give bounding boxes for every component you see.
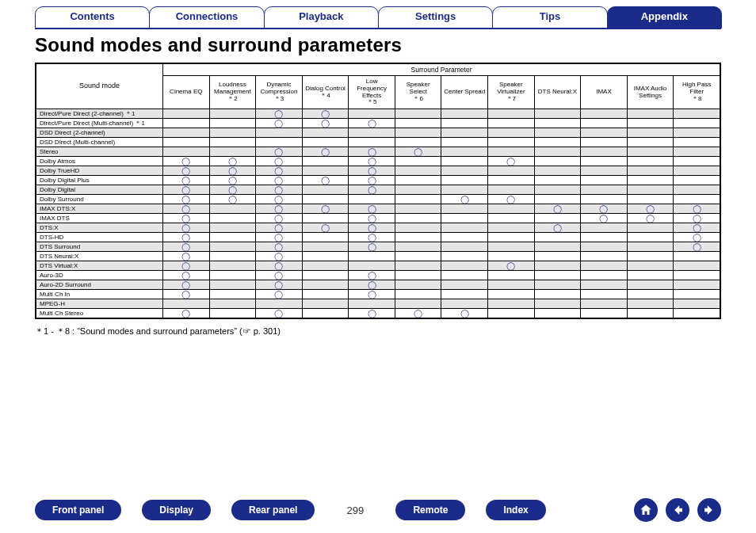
cell (395, 128, 441, 138)
cell (627, 252, 674, 261)
cell (395, 185, 441, 195)
cell (581, 109, 628, 119)
tab-settings[interactable]: Settings (378, 6, 493, 29)
cell (488, 119, 535, 128)
cell (302, 280, 349, 290)
cell (395, 195, 441, 204)
cell: ◯ (488, 195, 535, 204)
tab-appendix[interactable]: Appendix (607, 6, 722, 29)
btn-front-panel[interactable]: Front panel (35, 500, 121, 520)
cell (488, 166, 535, 176)
cell (209, 233, 256, 242)
cell (209, 128, 256, 138)
back-icon[interactable] (666, 498, 689, 522)
cell: ◯ (256, 309, 303, 318)
cell (674, 290, 720, 299)
cell: ◯ (349, 166, 395, 176)
cell (441, 252, 488, 261)
cell (302, 157, 349, 166)
cell: ◯ (209, 176, 256, 185)
cell (674, 147, 720, 157)
cell (441, 261, 488, 271)
btn-remote[interactable]: Remote (395, 500, 465, 520)
btn-display[interactable]: Display (142, 500, 211, 520)
cell (441, 138, 488, 147)
cell: ◯ (674, 242, 720, 252)
cell (395, 290, 441, 299)
col-4: Low Frequency Effects＊5 (349, 76, 395, 109)
cell (627, 261, 674, 271)
cell: ◯ (349, 271, 395, 280)
cell (395, 233, 441, 242)
page-title: Sound modes and surround parameters (35, 34, 721, 56)
cell: ◯ (349, 185, 395, 195)
row-name: Dolby TrueHD (36, 166, 163, 176)
cell (488, 214, 535, 223)
home-icon[interactable] (634, 498, 658, 522)
table-row: Direct/Pure Direct (2-channel) ＊1◯◯ (36, 109, 720, 119)
cell (302, 138, 349, 147)
btn-rear-panel[interactable]: Rear panel (231, 500, 315, 520)
table-row: Dolby Digital Plus◯◯◯◯◯ (36, 176, 720, 185)
cell (581, 233, 628, 242)
tab-playback[interactable]: Playback (264, 6, 379, 29)
cell (488, 309, 535, 318)
cell (627, 242, 674, 252)
cell (302, 309, 349, 318)
tab-tips[interactable]: Tips (492, 6, 607, 29)
table-row: Auro-3D◯◯◯ (36, 271, 720, 280)
tab-contents[interactable]: Contents (35, 6, 150, 29)
cell (395, 280, 441, 290)
cell (534, 261, 581, 271)
cell: ◯ (256, 185, 303, 195)
cell (534, 128, 581, 138)
row-name: Direct/Pure Direct (Multi-channel) ＊1 (36, 119, 163, 128)
cell (674, 185, 720, 195)
cell (534, 176, 581, 185)
tab-connections[interactable]: Connections (149, 6, 264, 29)
cell (395, 176, 441, 185)
cell: ◯ (581, 204, 628, 214)
cell (627, 147, 674, 157)
cell: ◯ (256, 252, 303, 261)
cell (674, 166, 720, 176)
cell (395, 252, 441, 261)
cell: ◯ (163, 233, 210, 242)
cell (534, 109, 581, 119)
row-name: IMAX DTS:X (36, 204, 163, 214)
row-name: DSD Direct (2-channel) (36, 128, 163, 138)
cell: ◯ (349, 204, 395, 214)
cell (209, 138, 256, 147)
cell: ◯ (163, 242, 210, 252)
col-5: Speaker Select＊6 (395, 76, 441, 109)
cell (488, 223, 535, 233)
col-2: Dynamic Compression＊3 (256, 76, 303, 109)
tab-underline (35, 29, 721, 29)
forward-icon[interactable] (697, 498, 721, 522)
cell (627, 138, 674, 147)
cell (163, 119, 210, 128)
table-row: DTS-HD◯◯◯◯ (36, 233, 720, 242)
footnote: ＊1 - ＊8 : “Sound modes and surround para… (35, 326, 721, 337)
nav-icons (634, 498, 721, 522)
table-row: Stereo◯◯◯◯ (36, 147, 720, 157)
cell (488, 280, 535, 290)
cell (627, 157, 674, 166)
cell (534, 119, 581, 128)
col-group-surround-parameter: Surround Parameter (163, 64, 720, 76)
cell: ◯ (209, 166, 256, 176)
cell (209, 204, 256, 214)
cell: ◯ (163, 290, 210, 299)
cell (349, 195, 395, 204)
cell (534, 166, 581, 176)
parameters-table: Sound modeSurround ParameterCinema EQLou… (35, 63, 721, 319)
row-name: Dolby Digital Plus (36, 176, 163, 185)
btn-index[interactable]: Index (486, 500, 545, 520)
cell: ◯ (256, 109, 303, 119)
cell (674, 195, 720, 204)
row-name: DTS Neural:X (36, 252, 163, 261)
cell: ◯ (441, 195, 488, 204)
table-row: DSD Direct (2-channel) (36, 128, 720, 138)
cell: ◯ (674, 214, 720, 223)
col-sound-mode: Sound mode (36, 64, 163, 109)
